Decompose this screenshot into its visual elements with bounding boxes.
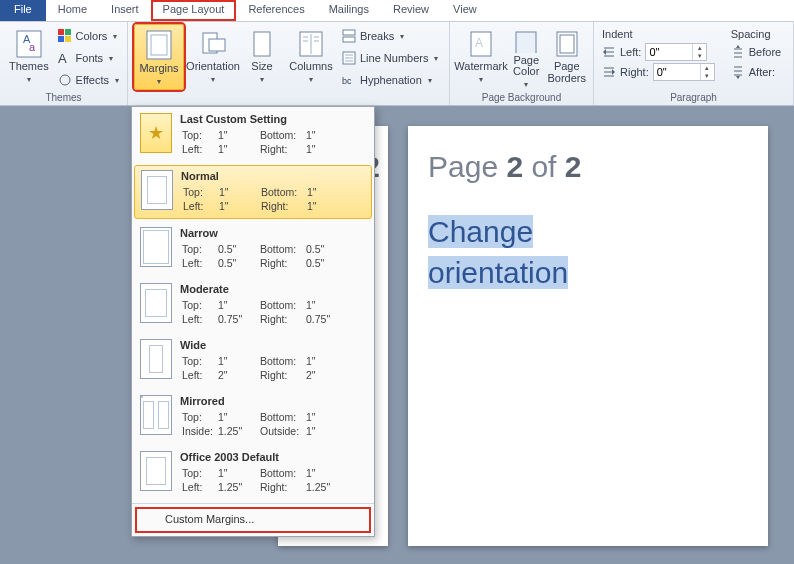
theme-colors-label: Colors [76, 30, 108, 42]
svg-text:a: a [29, 41, 36, 53]
margins-option-office-2003-default[interactable]: Office 2003 DefaultTop:1"Bottom:1"Left:1… [132, 445, 374, 501]
indent-right-label: Right: [620, 66, 649, 78]
page-color-label: Page Color [511, 55, 541, 78]
svg-rect-12 [209, 39, 225, 51]
margins-option-title: Normal [181, 170, 365, 182]
svg-rect-29 [516, 32, 536, 53]
margins-option-last-custom-setting[interactable]: ★Last Custom SettingTop:1"Bottom:1"Left:… [132, 107, 374, 163]
margins-thumb-icon [141, 170, 173, 210]
watermark-label: Watermark [454, 61, 507, 73]
margins-option-mirrored[interactable]: MirroredTop:1"Bottom:1"Inside:1.25"Outsi… [132, 389, 374, 445]
group-page-bg-label: Page Background [456, 91, 587, 105]
theme-effects-button[interactable]: Effects▾ [56, 70, 121, 90]
group-paragraph: Indent Left: ▴▾ Right: ▴▾ Spacing Before [594, 22, 794, 105]
page-borders-button[interactable]: Page Borders [546, 24, 587, 90]
custom-margins-item[interactable]: Custom Margins... [135, 507, 371, 533]
hyphenation-button[interactable]: bc Hyphenation▾ [340, 70, 440, 90]
indent-right-icon [602, 65, 616, 79]
size-label: Size [251, 61, 272, 73]
margins-option-wide[interactable]: WideTop:1"Bottom:1"Left:2"Right:2" [132, 333, 374, 389]
size-button[interactable]: Size ▾ [242, 24, 282, 90]
margins-option-title: Moderate [180, 283, 366, 295]
line-numbers-button[interactable]: Line Numbers▾ [340, 48, 440, 68]
tab-references[interactable]: References [236, 0, 316, 21]
ribbon: Aa Themes ▾ Colors▾ A Fonts▾ Effects▾ [0, 22, 794, 106]
watermark-button[interactable]: A Watermark ▾ [456, 24, 506, 90]
tab-mailings[interactable]: Mailings [317, 0, 381, 21]
spin-up-icon[interactable]: ▴ [693, 44, 706, 52]
svg-text:A: A [475, 36, 483, 50]
hyphenation-icon: bc [342, 73, 356, 87]
margins-option-normal[interactable]: NormalTop:1"Bottom:1"Left:1"Right:1" [134, 165, 372, 219]
margins-thumb-icon [140, 451, 172, 491]
spacing-after-row: After: [729, 62, 783, 82]
chevron-down-icon: ▾ [479, 75, 483, 84]
tab-review[interactable]: Review [381, 0, 441, 21]
page-color-button[interactable]: Page Color ▾ [510, 24, 542, 90]
page-2-title: Page 2 of 2 [428, 150, 748, 184]
spin-down-icon[interactable]: ▾ [693, 52, 706, 60]
chevron-down-icon: ▾ [309, 75, 313, 84]
group-page-setup-label [134, 91, 443, 105]
selected-text-line1: Change [428, 215, 533, 248]
svg-text:A: A [58, 51, 67, 65]
margins-option-title: Wide [180, 339, 366, 351]
page-2-body[interactable]: Change orientation [428, 212, 748, 293]
indent-right-row: Right: ▴▾ [600, 62, 717, 82]
tab-page-layout[interactable]: Page Layout [151, 0, 237, 21]
svg-rect-20 [343, 30, 355, 35]
margins-thumb-icon [140, 339, 172, 379]
group-themes: Aa Themes ▾ Colors▾ A Fonts▾ Effects▾ [0, 22, 128, 105]
document-canvas[interactable]: 2 Page 2 of 2 Change orientation [0, 106, 794, 564]
group-page-setup: Margins ▾ Orientation ▾ Size ▾ Columns ▾ [128, 22, 450, 105]
spin-up-icon[interactable]: ▴ [701, 64, 714, 72]
margins-thumb-icon [140, 395, 172, 435]
theme-colors-button[interactable]: Colors▾ [56, 26, 121, 46]
selected-text-line2: orientation [428, 256, 568, 289]
svg-rect-5 [58, 36, 64, 42]
indent-left-row: Left: ▴▾ [600, 42, 717, 62]
tab-insert[interactable]: Insert [99, 0, 151, 21]
chevron-down-icon: ▾ [400, 32, 404, 41]
page-2[interactable]: Page 2 of 2 Change orientation [408, 126, 768, 546]
margins-label: Margins [139, 63, 178, 75]
tab-file[interactable]: File [0, 0, 46, 21]
indent-heading: Indent [600, 26, 717, 42]
indent-left-label: Left: [620, 46, 641, 58]
spacing-after-icon [731, 65, 745, 79]
theme-fonts-button[interactable]: A Fonts▾ [56, 48, 121, 68]
margins-option-title: Mirrored [180, 395, 366, 407]
tab-home[interactable]: Home [46, 0, 99, 21]
breaks-button[interactable]: Breaks▾ [340, 26, 440, 46]
line-numbers-label: Line Numbers [360, 52, 428, 64]
svg-point-8 [60, 75, 70, 85]
line-numbers-icon [342, 51, 356, 65]
chevron-down-icon: ▾ [113, 32, 117, 41]
chevron-down-icon: ▾ [27, 75, 31, 84]
chevron-down-icon: ▾ [115, 76, 119, 85]
themes-label: Themes [9, 61, 49, 73]
indent-left-input[interactable]: ▴▾ [645, 43, 707, 61]
margins-option-title: Office 2003 Default [180, 451, 366, 463]
chevron-down-icon: ▾ [428, 76, 432, 85]
spacing-heading: Spacing [729, 26, 783, 42]
indent-right-input[interactable]: ▴▾ [653, 63, 715, 81]
chevron-down-icon: ▾ [109, 54, 113, 63]
group-themes-label: Themes [6, 91, 121, 105]
group-paragraph-label: Paragraph [600, 91, 787, 105]
margins-option-moderate[interactable]: ModerateTop:1"Bottom:1"Left:0.75"Right:0… [132, 277, 374, 333]
page-borders-label: Page Borders [547, 61, 586, 84]
themes-button[interactable]: Aa Themes ▾ [6, 24, 52, 90]
breaks-icon [342, 29, 356, 43]
columns-button[interactable]: Columns ▾ [286, 24, 336, 90]
svg-rect-4 [65, 29, 71, 35]
svg-text:bc: bc [342, 76, 352, 86]
margins-dropdown: ★Last Custom SettingTop:1"Bottom:1"Left:… [131, 106, 375, 537]
theme-fonts-label: Fonts [76, 52, 104, 64]
tab-view[interactable]: View [441, 0, 489, 21]
spin-down-icon[interactable]: ▾ [701, 72, 714, 80]
margins-button[interactable]: Margins ▾ [134, 24, 184, 90]
margins-option-narrow[interactable]: NarrowTop:0.5"Bottom:0.5"Left:0.5"Right:… [132, 221, 374, 277]
spacing-before-label: Before [749, 46, 781, 58]
orientation-button[interactable]: Orientation ▾ [188, 24, 238, 90]
